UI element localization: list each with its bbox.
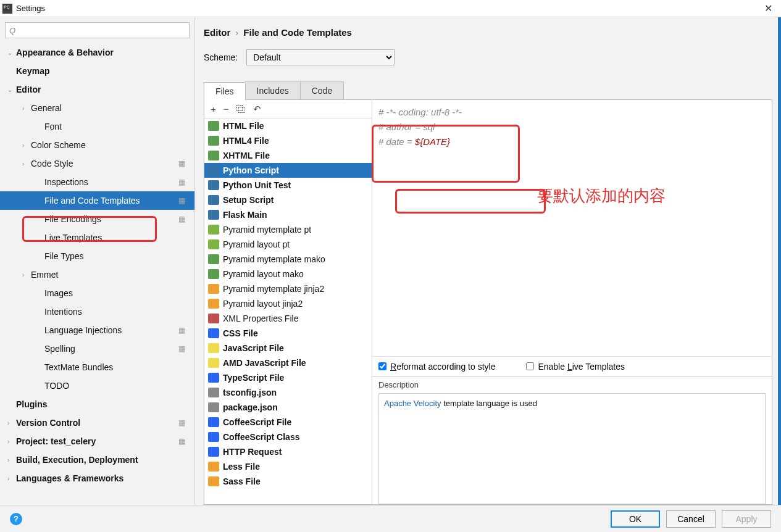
enable-live-checkbox[interactable]: Enable Live Templates <box>526 362 625 372</box>
chevron-icon: › <box>7 475 16 482</box>
sidebar-item-spelling[interactable]: Spelling▦ <box>0 339 194 358</box>
description-link[interactable]: Apache Velocity <box>384 399 441 408</box>
template-html-file[interactable]: HTML File <box>204 118 372 133</box>
template-setup-script[interactable]: Setup Script <box>204 193 372 207</box>
copy-button[interactable]: ⿻ <box>236 104 246 114</box>
tab-files[interactable]: Files <box>204 82 246 100</box>
template-typescript-file[interactable]: TypeScript File <box>204 370 372 385</box>
template-pyramid-mytemplate-pt[interactable]: Pyramid mytemplate pt <box>204 222 372 237</box>
scheme-label: Scheme: <box>204 52 238 62</box>
template-flask-main[interactable]: Flask Main <box>204 207 372 222</box>
description-box: Apache Velocity template language is use… <box>378 393 766 504</box>
sidebar-item-label: Language Injections <box>44 325 178 335</box>
template-package-json[interactable]: package.json <box>204 400 372 415</box>
template-javascript-file[interactable]: JavaScript File <box>204 341 372 355</box>
template-pyramid-layout-pt[interactable]: Pyramid layout pt <box>204 237 372 252</box>
template-html4-file[interactable]: HTML4 File <box>204 133 372 148</box>
sidebar-item-label: Plugins <box>16 399 194 409</box>
sidebar-item-file-and-code-templates[interactable]: File and Code Templates▦ <box>0 191 194 210</box>
file-icon <box>208 254 219 264</box>
remove-button[interactable]: − <box>223 104 229 114</box>
add-button[interactable]: + <box>211 104 216 114</box>
search-input[interactable] <box>5 22 190 38</box>
template-label: TypeScript File <box>223 373 284 383</box>
template-label: HTTP Request <box>223 447 282 457</box>
scheme-select[interactable]: Default <box>246 49 395 65</box>
sidebar-item-language-injections[interactable]: Language Injections▦ <box>0 321 194 339</box>
template-pyramid-mytemplate-mako[interactable]: Pyramid mytemplate mako <box>204 252 372 267</box>
template-sass-file[interactable]: Sass File <box>204 474 372 489</box>
gear-icon: ▦ <box>178 344 188 353</box>
template-label: package.json <box>223 402 278 412</box>
sidebar-item-project-test-celery[interactable]: ›Project: test_celery▦ <box>0 432 194 451</box>
breadcrumb-parent[interactable]: Editor <box>204 27 230 38</box>
template-label: HTML File <box>223 121 264 131</box>
file-icon <box>208 343 219 353</box>
sidebar-item-plugins[interactable]: Plugins <box>0 395 194 414</box>
chevron-icon: › <box>22 142 31 149</box>
sidebar-item-file-encodings[interactable]: File Encodings▦ <box>0 210 194 228</box>
template-code-editor[interactable]: # -*- coding: utf-8 -*- # author = sql #… <box>372 100 772 356</box>
sidebar-item-appearance-behavior[interactable]: ⌄Appearance & Behavior <box>0 43 194 62</box>
close-icon[interactable]: ✕ <box>758 2 779 14</box>
file-icon <box>208 151 219 160</box>
template-pyramid-layout-mako[interactable]: Pyramid layout mako <box>204 267 372 281</box>
sidebar-item-live-templates[interactable]: Live Templates <box>0 228 194 247</box>
cancel-button[interactable]: Cancel <box>666 510 716 528</box>
template-tsconfig-json[interactable]: tsconfig.json <box>204 385 372 400</box>
code-line: # -*- coding: utf-8 -*- <box>378 105 766 120</box>
sidebar-item-build-execution-deployment[interactable]: ›Build, Execution, Deployment <box>0 451 194 469</box>
template-python-unit-test[interactable]: Python Unit Test <box>204 178 372 193</box>
template-css-file[interactable]: CSS File <box>204 326 372 341</box>
template-http-request[interactable]: HTTP Request <box>204 444 372 459</box>
gear-icon: ▦ <box>178 418 188 427</box>
undo-button[interactable]: ↶ <box>253 104 261 115</box>
sidebar-item-textmate-bundles[interactable]: TextMate Bundles <box>0 358 194 376</box>
sidebar-item-file-types[interactable]: File Types <box>0 247 194 265</box>
sidebar-item-label: File and Code Templates <box>44 196 178 206</box>
sidebar-item-color-scheme[interactable]: ›Color Scheme <box>0 136 194 154</box>
help-icon[interactable]: ? <box>10 513 22 525</box>
template-pyramid-mytemplate-jinja2[interactable]: Pyramid mytemplate jinja2 <box>204 281 372 296</box>
sidebar-item-label: Emmet <box>31 270 194 280</box>
template-amd-javascript-file[interactable]: AMD JavaScript File <box>204 355 372 370</box>
sidebar-item-label: Images <box>44 288 194 298</box>
sidebar-item-label: Inspections <box>44 177 178 187</box>
template-label: Pyramid mytemplate mako <box>223 254 325 264</box>
sidebar-item-intentions[interactable]: Intentions <box>0 302 194 321</box>
sidebar-item-version-control[interactable]: ›Version Control▦ <box>0 414 194 432</box>
sidebar-item-label: Editor <box>16 85 194 94</box>
sidebar-item-editor[interactable]: ⌄Editor <box>0 80 194 99</box>
sidebar-item-keymap[interactable]: Keymap <box>0 62 194 80</box>
file-icon <box>208 165 219 175</box>
template-xhtml-file[interactable]: XHTML File <box>204 148 372 163</box>
template-label: XML Properties File <box>223 314 298 323</box>
file-icon <box>208 180 219 190</box>
sidebar-item-font[interactable]: Font <box>0 117 194 136</box>
sidebar-item-emmet[interactable]: ›Emmet <box>0 265 194 284</box>
apply-button[interactable]: Apply <box>722 510 771 528</box>
annotation-text: 要默认添加的内容 <box>537 185 666 207</box>
sidebar-item-images[interactable]: Images <box>0 284 194 302</box>
file-icon <box>208 462 219 472</box>
sidebar-item-label: Appearance & Behavior <box>16 48 194 57</box>
template-xml-properties-file[interactable]: XML Properties File <box>204 311 372 326</box>
ok-button[interactable]: OK <box>611 510 660 528</box>
reformat-checkbox[interactable]: Reformat according to style <box>378 362 495 372</box>
gear-icon: ▦ <box>178 437 188 446</box>
sidebar-item-inspections[interactable]: Inspections▦ <box>0 173 194 191</box>
template-label: HTML4 File <box>223 136 269 146</box>
template-pyramid-layout-jinja2[interactable]: Pyramid layout jinja2 <box>204 296 372 311</box>
sidebar-item-label: Build, Execution, Deployment <box>16 455 194 465</box>
sidebar-item-languages-frameworks[interactable]: ›Languages & Frameworks <box>0 469 194 488</box>
template-less-file[interactable]: Less File <box>204 459 372 474</box>
template-coffeescript-file[interactable]: CoffeeScript File <box>204 415 372 430</box>
sidebar-item-todo[interactable]: TODO <box>0 376 194 395</box>
sidebar-item-code-style[interactable]: ›Code Style▦ <box>0 154 194 173</box>
template-coffeescript-class[interactable]: CoffeeScript Class <box>204 430 372 444</box>
sidebar-item-general[interactable]: ›General <box>0 99 194 117</box>
tab-includes[interactable]: Includes <box>245 81 301 99</box>
tab-code[interactable]: Code <box>300 81 344 99</box>
template-python-script[interactable]: Python Script <box>204 163 372 178</box>
file-icon <box>208 269 219 279</box>
